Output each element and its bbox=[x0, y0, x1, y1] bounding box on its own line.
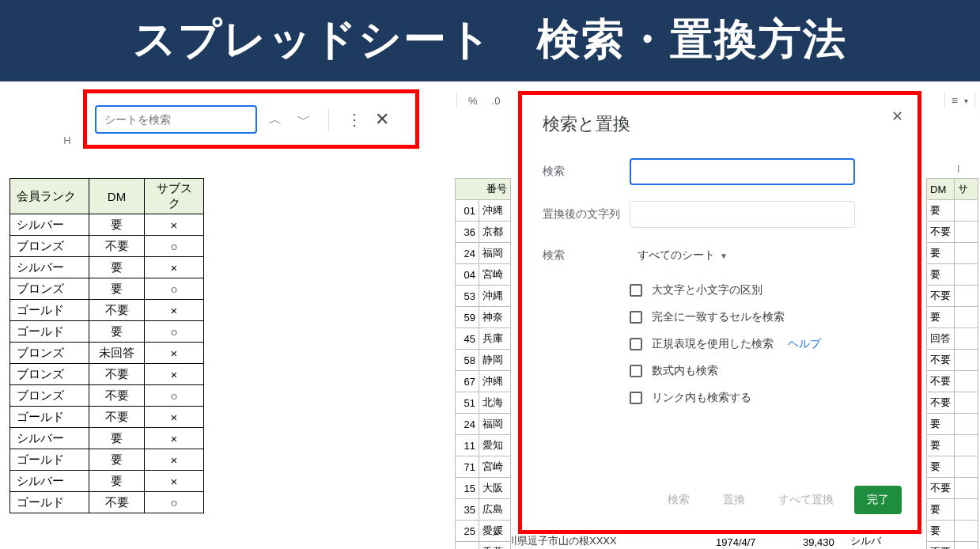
cell[interactable]: シルバー bbox=[10, 257, 89, 278]
more-options-icon[interactable]: ⋮ bbox=[346, 110, 361, 129]
column-header[interactable]: DM bbox=[89, 179, 145, 214]
cell[interactable]: ブロンズ bbox=[10, 236, 89, 257]
table-row[interactable]: 15大阪 bbox=[456, 478, 511, 499]
cell[interactable]: ブロンズ bbox=[10, 343, 89, 364]
table-row[interactable]: 不要 bbox=[927, 371, 978, 392]
cell[interactable]: 要 bbox=[89, 449, 145, 471]
cell[interactable]: 要 bbox=[89, 471, 145, 492]
right-bg-table-right[interactable]: DM サ 要不要要要不要要回答不要不要不要要要要不要要要不要 bbox=[926, 178, 978, 549]
column-header[interactable]: サブスク bbox=[145, 179, 204, 214]
cell[interactable]: 要 bbox=[89, 321, 145, 343]
cell[interactable]: ○ bbox=[145, 492, 204, 513]
cell[interactable]: 不要 bbox=[89, 492, 145, 513]
table-row[interactable]: 要 bbox=[927, 200, 978, 221]
cell[interactable]: ブロンズ bbox=[10, 385, 89, 407]
chevron-down-icon[interactable]: ▾ bbox=[964, 97, 968, 105]
cell[interactable]: 不要 bbox=[89, 300, 145, 321]
cell[interactable]: × bbox=[145, 343, 204, 364]
table-row[interactable]: ブロンズ不要○ bbox=[10, 385, 204, 407]
replace-input[interactable] bbox=[630, 201, 855, 228]
table-row[interactable]: 要 bbox=[927, 456, 978, 478]
table-row[interactable]: 24福岡 bbox=[456, 414, 511, 435]
cell[interactable]: × bbox=[145, 428, 204, 449]
cell[interactable]: × bbox=[145, 364, 204, 385]
cell[interactable]: 不要 bbox=[89, 385, 145, 407]
cell[interactable]: × bbox=[145, 471, 204, 492]
cell[interactable]: 要 bbox=[89, 214, 145, 236]
table-row[interactable]: 67沖縄 bbox=[456, 371, 511, 392]
table-row[interactable]: 41千葉 bbox=[456, 542, 511, 550]
checkbox-links[interactable] bbox=[630, 392, 642, 404]
table-row[interactable]: 58静岡 bbox=[456, 350, 511, 371]
cell[interactable]: ゴールド bbox=[10, 300, 89, 321]
cell[interactable]: ○ bbox=[145, 385, 204, 407]
table-row[interactable]: ゴールド不要× bbox=[10, 407, 204, 428]
cell[interactable]: 要 bbox=[89, 278, 145, 300]
align-icon[interactable]: ≡ bbox=[952, 94, 958, 107]
left-data-table[interactable]: 会員ランクDMサブスク シルバー要×ブロンズ不要○シルバー要×ブロンズ要○ゴール… bbox=[9, 178, 204, 513]
table-row[interactable]: 25愛媛 bbox=[456, 521, 511, 542]
chevron-down-icon[interactable]: ﹀ bbox=[297, 110, 311, 129]
table-row[interactable]: 24福岡 bbox=[456, 243, 511, 264]
table-row[interactable]: ゴールド要○ bbox=[10, 321, 204, 343]
table-row[interactable]: 要 bbox=[927, 264, 978, 286]
search-input[interactable] bbox=[630, 158, 855, 185]
table-row[interactable]: ブロンズ未回答× bbox=[10, 343, 204, 364]
table-row[interactable]: 35広島 bbox=[456, 499, 511, 521]
table-row[interactable]: 不要 bbox=[927, 478, 978, 499]
done-button[interactable]: 完了 bbox=[854, 486, 902, 514]
right-bg-table-left[interactable]: 番号 01沖縄36京都24福岡04宮崎53沖縄59神奈45兵庫58静岡67沖縄5… bbox=[455, 178, 511, 549]
cell[interactable]: ゴールド bbox=[10, 321, 89, 343]
cell[interactable]: 不要 bbox=[89, 364, 145, 385]
table-row[interactable]: シルバー要× bbox=[10, 214, 204, 236]
table-row[interactable]: シルバー要× bbox=[10, 257, 204, 278]
table-row[interactable]: 71宮崎 bbox=[456, 456, 511, 478]
table-row[interactable]: 不要 bbox=[927, 392, 978, 414]
checkbox-case[interactable] bbox=[630, 284, 642, 297]
table-row[interactable]: 11愛知 bbox=[456, 435, 511, 456]
cell[interactable]: 不要 bbox=[89, 236, 145, 257]
cell[interactable]: シルバー bbox=[10, 214, 89, 236]
table-row[interactable]: 53沖縄 bbox=[456, 286, 511, 307]
table-row[interactable]: 51北海 bbox=[456, 392, 511, 414]
table-row[interactable]: ゴールド要× bbox=[10, 449, 204, 471]
table-row[interactable]: 04宮崎 bbox=[456, 264, 511, 286]
chevron-up-icon[interactable]: ︿ bbox=[268, 110, 282, 129]
table-row[interactable]: シルバー要× bbox=[10, 428, 204, 449]
find-button[interactable]: 検索 bbox=[655, 486, 702, 514]
replace-all-button[interactable]: すべて置換 bbox=[766, 486, 846, 514]
cell[interactable]: 未回答 bbox=[89, 343, 145, 364]
cell[interactable]: × bbox=[145, 300, 204, 321]
table-row[interactable]: シルバー要× bbox=[10, 471, 204, 492]
column-header[interactable]: 会員ランク bbox=[10, 179, 89, 214]
cell[interactable]: 要 bbox=[89, 428, 145, 449]
table-row[interactable]: ゴールド不要× bbox=[10, 300, 204, 321]
table-row[interactable]: 不要 bbox=[927, 286, 978, 307]
cell[interactable]: シルバー bbox=[10, 471, 89, 492]
cell[interactable]: × bbox=[145, 407, 204, 428]
table-row[interactable]: 36京都 bbox=[456, 221, 511, 243]
cell[interactable]: ○ bbox=[145, 278, 204, 300]
cell[interactable]: ○ bbox=[145, 321, 204, 343]
table-row[interactable]: 要 bbox=[927, 521, 978, 542]
table-row[interactable]: 要 bbox=[927, 435, 978, 456]
scope-dropdown[interactable]: すべてのシート ▼ bbox=[630, 244, 736, 267]
cell[interactable]: × bbox=[145, 257, 204, 278]
table-row[interactable]: 要 bbox=[927, 499, 978, 521]
table-row[interactable]: 01沖縄 bbox=[456, 200, 511, 221]
help-link[interactable]: ヘルプ bbox=[788, 337, 821, 351]
decimal-format-button[interactable]: .0 bbox=[489, 93, 504, 108]
cell[interactable]: ゴールド bbox=[10, 492, 89, 513]
table-row[interactable]: ブロンズ不要○ bbox=[10, 236, 204, 257]
table-row[interactable]: ゴールド不要○ bbox=[10, 492, 204, 513]
replace-button[interactable]: 置換 bbox=[710, 486, 758, 514]
table-row[interactable]: 要 bbox=[927, 414, 978, 435]
cell[interactable]: × bbox=[145, 449, 204, 471]
table-row[interactable]: 回答 bbox=[927, 328, 978, 350]
cell[interactable]: ゴールド bbox=[10, 407, 89, 428]
table-row[interactable]: 要 bbox=[927, 243, 978, 264]
cell[interactable]: ブロンズ bbox=[10, 278, 89, 300]
checkbox-formula[interactable] bbox=[630, 365, 642, 377]
table-row[interactable]: 不要 bbox=[927, 350, 978, 371]
percent-format-button[interactable]: % bbox=[465, 93, 481, 108]
